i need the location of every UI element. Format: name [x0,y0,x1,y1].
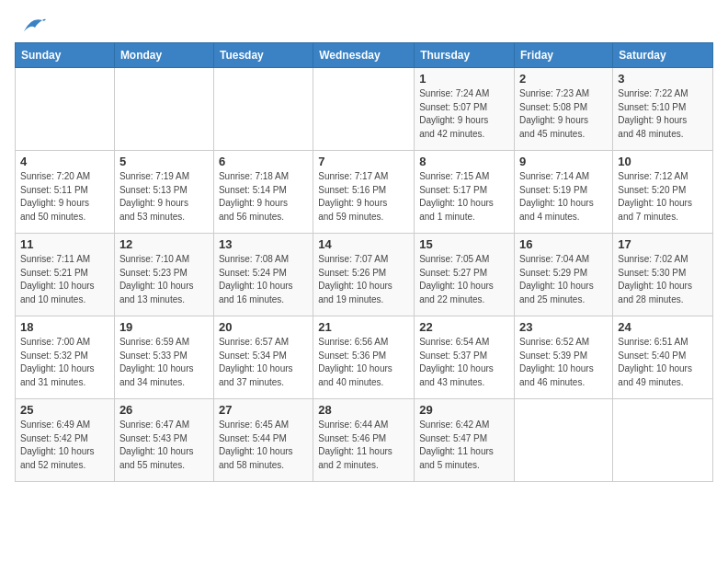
week-row-0: 1Sunrise: 7:24 AM Sunset: 5:07 PM Daylig… [16,68,713,151]
day-info: Sunrise: 7:10 AM Sunset: 5:23 PM Dayligh… [119,253,209,306]
day-info: Sunrise: 7:23 AM Sunset: 5:08 PM Dayligh… [519,87,608,141]
day-info: Sunrise: 6:47 AM Sunset: 5:43 PM Dayligh… [119,419,209,472]
day-number: 13 [219,237,308,251]
col-saturday: Saturday [613,43,713,68]
calendar-cell: 11Sunrise: 7:11 AM Sunset: 5:21 PM Dayli… [16,234,115,316]
day-info: Sunrise: 6:45 AM Sunset: 5:44 PM Dayligh… [219,419,308,472]
day-number: 19 [119,320,209,334]
calendar-header-row: Sunday Monday Tuesday Wednesday Thursday… [16,43,713,68]
calendar-cell: 26Sunrise: 6:47 AM Sunset: 5:43 PM Dayli… [114,399,213,482]
day-info: Sunrise: 7:02 AM Sunset: 5:30 PM Dayligh… [618,253,708,306]
calendar-cell: 15Sunrise: 7:05 AM Sunset: 5:27 PM Dayli… [415,234,515,316]
calendar-cell: 19Sunrise: 6:59 AM Sunset: 5:33 PM Dayli… [114,316,213,399]
calendar-cell: 25Sunrise: 6:49 AM Sunset: 5:42 PM Dayli… [16,399,115,482]
day-info: Sunrise: 7:00 AM Sunset: 5:32 PM Dayligh… [20,336,109,389]
calendar-cell [114,68,213,151]
calendar-cell: 24Sunrise: 6:51 AM Sunset: 5:40 PM Dayli… [613,316,713,399]
day-number: 5 [119,155,209,168]
day-info: Sunrise: 7:04 AM Sunset: 5:29 PM Dayligh… [519,253,608,306]
day-number: 28 [318,403,409,417]
day-info: Sunrise: 7:22 AM Sunset: 5:10 PM Dayligh… [618,87,708,141]
calendar-cell: 29Sunrise: 6:42 AM Sunset: 5:47 PM Dayli… [415,399,515,482]
day-number: 14 [318,237,409,251]
day-info: Sunrise: 7:20 AM Sunset: 5:11 PM Dayligh… [20,170,109,224]
day-info: Sunrise: 7:14 AM Sunset: 5:19 PM Dayligh… [519,170,608,224]
day-number: 7 [318,155,409,168]
day-number: 20 [219,320,308,334]
calendar-cell: 21Sunrise: 6:56 AM Sunset: 5:36 PM Dayli… [313,316,415,399]
col-monday: Monday [114,43,213,68]
day-info: Sunrise: 7:24 AM Sunset: 5:07 PM Dayligh… [419,87,509,141]
day-number: 26 [119,403,209,417]
week-row-2: 11Sunrise: 7:11 AM Sunset: 5:21 PM Dayli… [16,234,713,316]
day-info: Sunrise: 7:08 AM Sunset: 5:24 PM Dayligh… [219,253,308,306]
calendar-cell: 12Sunrise: 7:10 AM Sunset: 5:23 PM Dayli… [114,234,213,316]
calendar-cell: 6Sunrise: 7:18 AM Sunset: 5:14 PM Daylig… [213,151,313,234]
day-info: Sunrise: 7:15 AM Sunset: 5:17 PM Dayligh… [419,170,509,224]
col-sunday: Sunday [16,43,115,68]
day-number: 3 [618,72,708,86]
col-thursday: Thursday [415,43,515,68]
day-info: Sunrise: 6:54 AM Sunset: 5:37 PM Dayligh… [419,336,509,389]
week-row-3: 18Sunrise: 7:00 AM Sunset: 5:32 PM Dayli… [16,316,713,399]
day-info: Sunrise: 7:11 AM Sunset: 5:21 PM Dayligh… [20,253,109,306]
day-info: Sunrise: 6:42 AM Sunset: 5:47 PM Dayligh… [419,419,509,472]
calendar-cell [613,399,713,482]
day-info: Sunrise: 6:57 AM Sunset: 5:34 PM Dayligh… [219,336,308,389]
calendar-cell: 4Sunrise: 7:20 AM Sunset: 5:11 PM Daylig… [16,151,115,234]
calendar-table: Sunday Monday Tuesday Wednesday Thursday… [15,42,713,482]
logo-bird-icon [17,15,46,39]
calendar-cell [313,68,415,151]
calendar-cell: 3Sunrise: 7:22 AM Sunset: 5:10 PM Daylig… [613,68,713,151]
logo [15,15,46,33]
calendar-cell: 18Sunrise: 7:00 AM Sunset: 5:32 PM Dayli… [16,316,115,399]
calendar-cell: 7Sunrise: 7:17 AM Sunset: 5:16 PM Daylig… [313,151,415,234]
calendar-cell [213,68,313,151]
day-number: 23 [519,320,608,334]
day-number: 15 [419,237,509,251]
day-info: Sunrise: 7:12 AM Sunset: 5:20 PM Dayligh… [618,170,708,224]
day-number: 9 [519,155,608,168]
calendar-cell: 14Sunrise: 7:07 AM Sunset: 5:26 PM Dayli… [313,234,415,316]
calendar-cell [515,399,613,482]
calendar-cell [16,68,115,151]
day-number: 18 [20,320,109,334]
day-info: Sunrise: 7:19 AM Sunset: 5:13 PM Dayligh… [119,170,209,224]
day-info: Sunrise: 7:18 AM Sunset: 5:14 PM Dayligh… [219,170,308,224]
page-header [15,15,713,33]
calendar-cell: 23Sunrise: 6:52 AM Sunset: 5:39 PM Dayli… [515,316,613,399]
day-info: Sunrise: 6:51 AM Sunset: 5:40 PM Dayligh… [618,336,708,389]
day-number: 6 [219,155,308,168]
calendar-cell: 5Sunrise: 7:19 AM Sunset: 5:13 PM Daylig… [114,151,213,234]
col-tuesday: Tuesday [213,43,313,68]
col-wednesday: Wednesday [313,43,415,68]
day-number: 17 [618,237,708,251]
day-number: 4 [20,155,109,168]
day-number: 12 [119,237,209,251]
calendar-cell: 2Sunrise: 7:23 AM Sunset: 5:08 PM Daylig… [515,68,613,151]
day-number: 25 [20,403,109,417]
day-info: Sunrise: 7:07 AM Sunset: 5:26 PM Dayligh… [318,253,409,306]
calendar-cell: 17Sunrise: 7:02 AM Sunset: 5:30 PM Dayli… [613,234,713,316]
day-number: 22 [419,320,509,334]
day-info: Sunrise: 6:56 AM Sunset: 5:36 PM Dayligh… [318,336,409,389]
day-info: Sunrise: 6:44 AM Sunset: 5:46 PM Dayligh… [318,419,409,472]
day-number: 24 [618,320,708,334]
day-info: Sunrise: 7:17 AM Sunset: 5:16 PM Dayligh… [318,170,409,224]
calendar-cell: 9Sunrise: 7:14 AM Sunset: 5:19 PM Daylig… [515,151,613,234]
calendar-cell: 27Sunrise: 6:45 AM Sunset: 5:44 PM Dayli… [213,399,313,482]
day-number: 10 [618,155,708,168]
day-number: 2 [519,72,608,86]
calendar-cell: 1Sunrise: 7:24 AM Sunset: 5:07 PM Daylig… [415,68,515,151]
col-friday: Friday [515,43,613,68]
day-number: 1 [419,72,509,86]
day-number: 8 [419,155,509,168]
day-info: Sunrise: 6:52 AM Sunset: 5:39 PM Dayligh… [519,336,608,389]
day-info: Sunrise: 6:59 AM Sunset: 5:33 PM Dayligh… [119,336,209,389]
calendar-cell: 28Sunrise: 6:44 AM Sunset: 5:46 PM Dayli… [313,399,415,482]
day-number: 29 [419,403,509,417]
calendar-cell: 13Sunrise: 7:08 AM Sunset: 5:24 PM Dayli… [213,234,313,316]
day-info: Sunrise: 7:05 AM Sunset: 5:27 PM Dayligh… [419,253,509,306]
week-row-1: 4Sunrise: 7:20 AM Sunset: 5:11 PM Daylig… [16,151,713,234]
day-number: 16 [519,237,608,251]
